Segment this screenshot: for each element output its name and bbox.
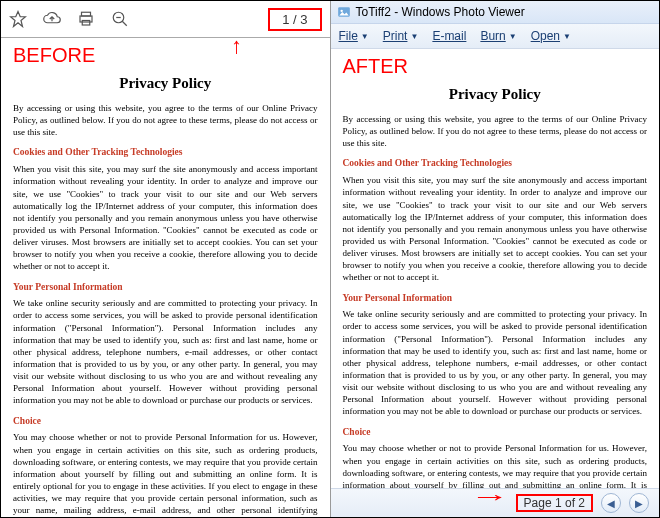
intro-paragraph: By accessing or using this website, you … xyxy=(343,113,648,149)
page-count: Page 1 of 2 xyxy=(516,494,593,512)
section-heading: Choice xyxy=(13,415,318,428)
after-label: AFTER xyxy=(331,49,660,78)
menu-print[interactable]: Print▼ xyxy=(383,29,419,43)
arrow-annotation-top: ↑ xyxy=(231,33,242,59)
section-body: When you visit this site, you may surf t… xyxy=(13,163,318,272)
section-heading: Your Personal Information xyxy=(343,292,648,305)
bookmark-icon[interactable] xyxy=(9,10,27,28)
svg-point-8 xyxy=(340,10,342,12)
arrow-annotation-bottom: → xyxy=(470,484,510,510)
section-heading: Choice xyxy=(343,426,648,439)
svg-marker-0 xyxy=(11,12,26,27)
doc-title: Privacy Policy xyxy=(13,75,318,92)
photo-viewer-menubar: File▼ Print▼ E-mail Burn▼ Open▼ xyxy=(331,24,660,49)
window-title-text: ToTiff2 - Windows Photo Viewer xyxy=(356,5,525,19)
print-icon[interactable] xyxy=(77,10,95,28)
section-heading: Cookies and Other Tracking Technologies xyxy=(343,157,648,170)
section-body: You may choose whether or not to provide… xyxy=(13,431,318,517)
pdf-viewer-pane: 1 / 3 BEFORE Privacy Policy By accessing… xyxy=(1,1,330,517)
svg-rect-3 xyxy=(82,21,90,26)
menu-open[interactable]: Open▼ xyxy=(531,29,571,43)
pdf-document: Privacy Policy By accessing or using thi… xyxy=(1,67,330,517)
zoom-out-icon[interactable] xyxy=(111,10,129,28)
page-indicator[interactable]: 1 / 3 xyxy=(268,8,321,31)
section-body: When you visit this site, you may surf t… xyxy=(343,174,648,283)
section-body: We take online security seriously and ar… xyxy=(13,297,318,406)
tiff-document: Privacy Policy By accessing or using thi… xyxy=(331,78,660,488)
pdf-toolbar: 1 / 3 xyxy=(1,1,330,38)
next-page-button[interactable]: ▶ xyxy=(629,493,649,513)
window-titlebar: ToTiff2 - Windows Photo Viewer xyxy=(331,1,660,24)
menu-email[interactable]: E-mail xyxy=(432,29,466,43)
intro-paragraph: By accessing or using this website, you … xyxy=(13,102,318,138)
before-label: BEFORE xyxy=(1,38,330,67)
section-body: We take online security seriously and ar… xyxy=(343,308,648,417)
photo-viewer-pane: ToTiff2 - Windows Photo Viewer File▼ Pri… xyxy=(331,1,660,517)
photo-app-icon xyxy=(337,5,351,19)
section-heading: Your Personal Information xyxy=(13,281,318,294)
doc-title: Privacy Policy xyxy=(343,86,648,103)
menu-file[interactable]: File▼ xyxy=(339,29,369,43)
prev-page-button[interactable]: ◀ xyxy=(601,493,621,513)
section-body: You may choose whether or not to provide… xyxy=(343,442,648,488)
section-heading: Cookies and Other Tracking Technologies xyxy=(13,146,318,159)
cloud-upload-icon[interactable] xyxy=(43,10,61,28)
menu-burn[interactable]: Burn▼ xyxy=(480,29,516,43)
svg-line-5 xyxy=(122,21,127,26)
